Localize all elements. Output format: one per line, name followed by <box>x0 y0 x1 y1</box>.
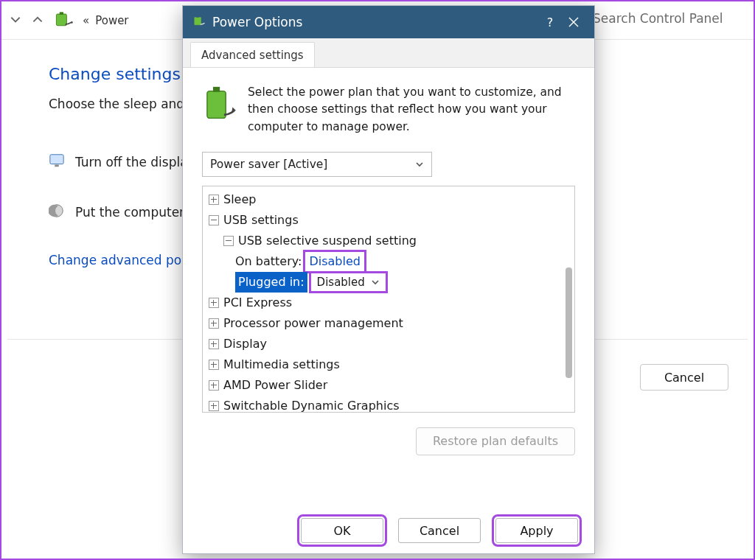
expand-icon[interactable] <box>209 339 219 349</box>
battery-icon <box>53 9 74 32</box>
collapse-icon[interactable] <box>223 236 234 246</box>
plugged-in-combo[interactable]: Disabled <box>310 273 386 292</box>
nav-down-icon[interactable] <box>9 13 22 29</box>
expand-icon[interactable] <box>209 195 219 205</box>
expand-icon[interactable] <box>209 298 219 308</box>
option-turn-off-display-label: Turn off the displa <box>75 155 188 169</box>
dialog-intro-text: Select the power plan that you want to c… <box>248 84 575 136</box>
ok-button[interactable]: OK <box>301 518 383 543</box>
plugged-in-value: Disabled <box>317 272 365 293</box>
tree-switchable-graphics[interactable]: Switchable Dynamic Graphics <box>223 396 400 413</box>
expand-icon[interactable] <box>209 380 219 391</box>
svg-rect-7 <box>196 15 199 18</box>
restore-defaults-button[interactable]: Restore plan defaults <box>416 427 575 455</box>
cancel-button[interactable]: Cancel <box>398 518 481 543</box>
expand-icon[interactable] <box>209 401 219 411</box>
svg-point-2 <box>71 21 73 24</box>
tree-multimedia[interactable]: Multimedia settings <box>223 354 340 375</box>
svg-rect-6 <box>194 17 201 25</box>
svg-rect-1 <box>60 12 63 15</box>
tree-amd-slider[interactable]: AMD Power Slider <box>223 375 327 396</box>
close-button[interactable] <box>562 10 585 34</box>
settings-tree: Sleep USB settings USB selective suspend… <box>202 186 575 413</box>
option-sleep-label: Put the computer <box>75 205 184 220</box>
plan-select-value: Power saver [Active] <box>210 158 327 171</box>
cp-cancel-button[interactable]: Cancel <box>640 364 728 391</box>
power-options-dialog: Power Options ? Advanced settings Select… <box>182 5 595 554</box>
tab-advanced-settings[interactable]: Advanced settings <box>190 42 315 67</box>
tree-usb-selective-suspend[interactable]: USB selective suspend setting <box>238 231 417 251</box>
svg-rect-4 <box>55 165 59 167</box>
collapse-icon[interactable] <box>209 215 219 225</box>
nav-up-icon[interactable] <box>31 13 44 29</box>
dialog-large-battery-icon <box>202 84 236 136</box>
svg-rect-10 <box>207 91 226 119</box>
search-input[interactable]: Search Control Panel <box>593 11 737 26</box>
plugged-in-label: Plugged in: <box>235 272 307 293</box>
apply-button[interactable]: Apply <box>495 518 578 543</box>
tree-usb-settings[interactable]: USB settings <box>223 210 299 231</box>
tree-sleep[interactable]: Sleep <box>223 189 256 210</box>
svg-rect-11 <box>213 87 220 92</box>
on-battery-value[interactable]: Disabled <box>305 251 365 272</box>
moon-icon <box>49 203 65 222</box>
scrollbar-thumb[interactable] <box>566 267 572 378</box>
svg-rect-0 <box>56 14 66 26</box>
svg-rect-3 <box>50 155 63 164</box>
monitor-icon <box>49 153 65 172</box>
dialog-title: Power Options <box>212 15 538 29</box>
expand-icon[interactable] <box>209 318 219 329</box>
tree-processor-power[interactable]: Processor power management <box>223 313 403 334</box>
plan-select[interactable]: Power saver [Active] <box>202 152 432 177</box>
breadcrumb-separator: « <box>83 14 89 27</box>
expand-icon[interactable] <box>209 360 219 370</box>
breadcrumb-current[interactable]: Power <box>95 14 128 27</box>
tree-display[interactable]: Display <box>223 334 267 354</box>
on-battery-label: On battery: <box>235 251 302 272</box>
tree-pci-express[interactable]: PCI Express <box>223 293 292 313</box>
help-button[interactable]: ? <box>538 10 562 34</box>
dialog-battery-icon <box>192 13 206 31</box>
